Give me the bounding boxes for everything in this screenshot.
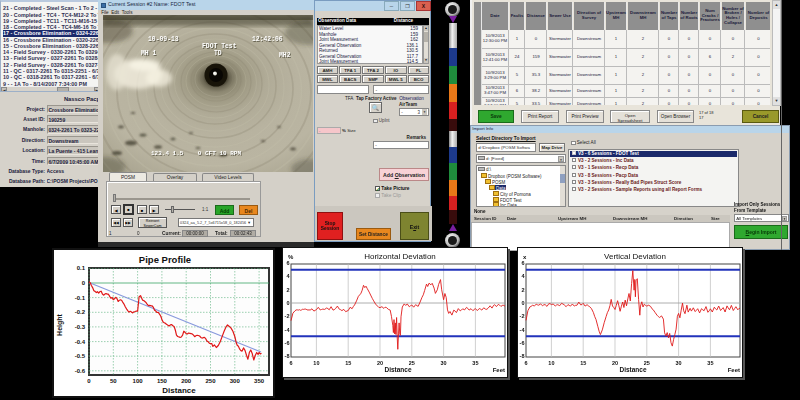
svg-text:250: 250 — [205, 378, 216, 384]
svg-text:MH 1: MH 1 — [141, 50, 157, 57]
svg-text:-4: -4 — [520, 327, 526, 333]
svg-text:-2: -2 — [285, 313, 290, 319]
svg-text:Distance: Distance — [384, 366, 411, 373]
svg-text:%: % — [288, 254, 294, 260]
svg-text:0: 0 — [82, 280, 86, 286]
svg-text:10: 10 — [313, 360, 319, 366]
svg-text:0: 0 — [286, 300, 289, 306]
svg-text:TD: TD — [214, 50, 222, 57]
svg-text:-0.3: -0.3 — [75, 324, 86, 330]
svg-text:2: 2 — [286, 287, 289, 293]
svg-text:-0.1: -0.1 — [75, 295, 86, 301]
svg-text:Distance: Distance — [162, 386, 196, 395]
svg-text:35: 35 — [707, 360, 713, 366]
svg-text:x: x — [523, 254, 527, 260]
svg-text:-8: -8 — [285, 353, 290, 359]
svg-text:-0.6: -0.6 — [75, 368, 86, 374]
svg-text:4: 4 — [521, 273, 525, 279]
svg-text:123.4 1.5 0 CFT 10 RPM: 123.4 1.5 0 CFT 10 RPM — [151, 150, 241, 157]
svg-text:6: 6 — [524, 360, 527, 366]
svg-text:35: 35 — [472, 360, 478, 366]
svg-text:150: 150 — [157, 378, 168, 384]
svg-text:0.1: 0.1 — [77, 265, 86, 271]
svg-text:200: 200 — [181, 378, 192, 384]
svg-text:Feet: Feet — [493, 367, 505, 373]
svg-text:30: 30 — [441, 360, 447, 366]
svg-text:12:42:06: 12:42:06 — [252, 36, 283, 43]
svg-text:-4: -4 — [285, 327, 291, 333]
svg-text:MH2: MH2 — [279, 52, 291, 59]
svg-text:-0.4: -0.4 — [75, 339, 86, 345]
svg-text:300: 300 — [230, 378, 241, 384]
svg-text:6: 6 — [521, 260, 524, 266]
svg-text:50: 50 — [110, 378, 117, 384]
svg-text:4: 4 — [286, 273, 290, 279]
svg-text:350: 350 — [254, 378, 265, 384]
svg-text:Distance: Distance — [619, 366, 646, 373]
svg-text:6: 6 — [289, 360, 292, 366]
svg-text:100: 100 — [133, 378, 144, 384]
svg-text:20: 20 — [612, 360, 618, 366]
svg-text:15: 15 — [345, 360, 351, 366]
svg-text:-6: -6 — [520, 340, 525, 346]
svg-text:0: 0 — [87, 378, 91, 384]
svg-text:6: 6 — [286, 260, 289, 266]
svg-text:-8: -8 — [520, 353, 525, 359]
svg-text:2: 2 — [521, 287, 524, 293]
svg-text:Height: Height — [56, 313, 64, 335]
svg-text:Horizontal Deviation: Horizontal Deviation — [364, 252, 436, 261]
svg-text:-0.2: -0.2 — [75, 309, 86, 315]
svg-text:15: 15 — [580, 360, 586, 366]
svg-text:-6: -6 — [285, 340, 290, 346]
svg-text:Pipe Profile: Pipe Profile — [139, 254, 191, 265]
svg-text:30: 30 — [676, 360, 682, 366]
svg-text:20: 20 — [377, 360, 383, 366]
svg-text:0: 0 — [521, 300, 524, 306]
svg-text:10-09-13: 10-09-13 — [148, 36, 179, 43]
svg-text:FDOT Test: FDOT Test — [202, 43, 237, 50]
svg-text:10: 10 — [548, 360, 554, 366]
svg-text:Vertical Deviation: Vertical Deviation — [604, 252, 666, 261]
svg-text:-0.5: -0.5 — [75, 353, 86, 359]
svg-text:Feet: Feet — [728, 367, 740, 373]
svg-text:-2: -2 — [520, 313, 525, 319]
